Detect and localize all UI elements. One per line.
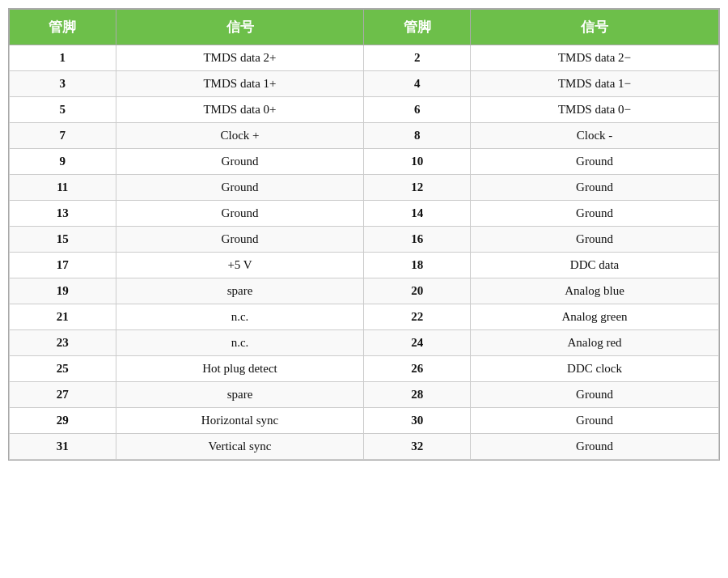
pin1-cell: 3	[10, 71, 116, 97]
table-row: 27spare28Ground	[10, 382, 719, 408]
pin2-cell: 30	[364, 408, 471, 434]
pin2-cell: 32	[364, 434, 471, 460]
sig2-cell: Clock -	[471, 123, 719, 149]
table-row: 9Ground10Ground	[10, 149, 719, 175]
sig2-cell: Ground	[471, 408, 719, 434]
table-row: 23n.c.24Analog red	[10, 330, 719, 356]
pin2-cell: 22	[364, 304, 471, 330]
sig1-cell: Ground	[116, 201, 364, 227]
table-row: 5TMDS data 0+6TMDS data 0−	[10, 97, 719, 123]
table-row: 7Clock +8Clock -	[10, 123, 719, 149]
table-row: 25Hot plug detect26DDC clock	[10, 356, 719, 382]
sig1-cell: spare	[116, 278, 364, 304]
table-row: 13Ground14Ground	[10, 201, 719, 227]
sig1-cell: Clock +	[116, 123, 364, 149]
header-pin2: 管脚	[364, 10, 471, 45]
pin1-cell: 19	[10, 278, 116, 304]
table-header-row: 管脚 信号 管脚 信号	[10, 10, 719, 45]
pin-signal-table: 管脚 信号 管脚 信号 1TMDS data 2+2TMDS data 2−3T…	[9, 9, 719, 460]
sig1-cell: spare	[116, 382, 364, 408]
sig2-cell: Analog green	[471, 304, 719, 330]
sig1-cell: Hot plug detect	[116, 356, 364, 382]
pin1-cell: 29	[10, 408, 116, 434]
table-row: 29Horizontal sync30Ground	[10, 408, 719, 434]
sig2-cell: DDC data	[471, 253, 719, 278]
sig1-cell: TMDS data 1+	[116, 71, 364, 97]
sig2-cell: DDC clock	[471, 356, 719, 382]
table-row: 11Ground12Ground	[10, 175, 719, 201]
sig2-cell: Ground	[471, 227, 719, 253]
table-row: 21n.c.22Analog green	[10, 304, 719, 330]
table-body: 1TMDS data 2+2TMDS data 2−3TMDS data 1+4…	[10, 45, 719, 460]
sig1-cell: n.c.	[116, 330, 364, 356]
pin2-cell: 10	[364, 149, 471, 175]
pin1-cell: 1	[10, 45, 116, 71]
table-row: 15Ground16Ground	[10, 227, 719, 253]
table-row: 19spare20Analog blue	[10, 278, 719, 304]
pin2-cell: 4	[364, 71, 471, 97]
header-pin1: 管脚	[10, 10, 116, 45]
pin1-cell: 23	[10, 330, 116, 356]
table-row: 17+5 V18DDC data	[10, 253, 719, 278]
sig1-cell: n.c.	[116, 304, 364, 330]
pin2-cell: 16	[364, 227, 471, 253]
sig1-cell: Ground	[116, 175, 364, 201]
sig2-cell: TMDS data 1−	[471, 71, 719, 97]
table-row: 31Vertical sync32Ground	[10, 434, 719, 460]
pin1-cell: 9	[10, 149, 116, 175]
pin2-cell: 20	[364, 278, 471, 304]
pin2-cell: 8	[364, 123, 471, 149]
sig1-cell: Vertical sync	[116, 434, 364, 460]
pin1-cell: 15	[10, 227, 116, 253]
sig1-cell: Ground	[116, 149, 364, 175]
pin2-cell: 2	[364, 45, 471, 71]
header-sig2: 信号	[471, 10, 719, 45]
pin2-cell: 24	[364, 330, 471, 356]
table-row: 1TMDS data 2+2TMDS data 2−	[10, 45, 719, 71]
sig2-cell: Ground	[471, 175, 719, 201]
pin1-cell: 13	[10, 201, 116, 227]
pin1-cell: 27	[10, 382, 116, 408]
sig2-cell: Ground	[471, 201, 719, 227]
pin1-cell: 11	[10, 175, 116, 201]
sig2-cell: TMDS data 0−	[471, 97, 719, 123]
pin1-cell: 25	[10, 356, 116, 382]
pin1-cell: 31	[10, 434, 116, 460]
sig1-cell: TMDS data 2+	[116, 45, 364, 71]
sig2-cell: Ground	[471, 149, 719, 175]
sig2-cell: TMDS data 2−	[471, 45, 719, 71]
pin2-cell: 26	[364, 356, 471, 382]
pin2-cell: 12	[364, 175, 471, 201]
sig1-cell: Horizontal sync	[116, 408, 364, 434]
pin1-cell: 5	[10, 97, 116, 123]
sig1-cell: TMDS data 0+	[116, 97, 364, 123]
pin1-cell: 7	[10, 123, 116, 149]
sig2-cell: Ground	[471, 382, 719, 408]
sig1-cell: +5 V	[116, 253, 364, 278]
sig2-cell: Analog red	[471, 330, 719, 356]
header-sig1: 信号	[116, 10, 364, 45]
pin2-cell: 18	[364, 253, 471, 278]
table-row: 3TMDS data 1+4TMDS data 1−	[10, 71, 719, 97]
sig2-cell: Ground	[471, 434, 719, 460]
sig1-cell: Ground	[116, 227, 364, 253]
pin2-cell: 14	[364, 201, 471, 227]
pin1-cell: 21	[10, 304, 116, 330]
pin2-cell: 28	[364, 382, 471, 408]
main-table-container: 管脚 信号 管脚 信号 1TMDS data 2+2TMDS data 2−3T…	[8, 8, 720, 461]
sig2-cell: Analog blue	[471, 278, 719, 304]
pin2-cell: 6	[364, 97, 471, 123]
pin1-cell: 17	[10, 253, 116, 278]
